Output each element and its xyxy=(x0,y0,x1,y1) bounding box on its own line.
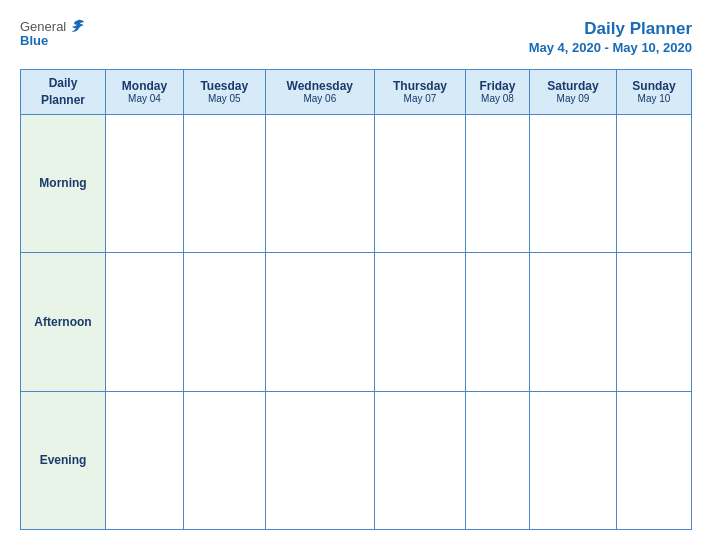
morning-label: Morning xyxy=(21,114,106,252)
afternoon-label: Afternoon xyxy=(21,253,106,391)
morning-row: Morning xyxy=(21,114,692,252)
thursday-date: May 07 xyxy=(378,93,462,104)
tuesday-date: May 05 xyxy=(187,93,262,104)
title-block: Daily Planner May 4, 2020 - May 10, 2020 xyxy=(529,18,692,57)
morning-saturday-cell[interactable] xyxy=(530,114,617,252)
evening-thursday-cell[interactable] xyxy=(375,391,466,529)
afternoon-tuesday-cell[interactable] xyxy=(183,253,265,391)
header-saturday: Saturday May 09 xyxy=(530,69,617,114)
header-sunday: Sunday May 10 xyxy=(616,69,691,114)
planner-table: DailyPlanner Monday May 04 Tuesday May 0… xyxy=(20,69,692,530)
sunday-name: Sunday xyxy=(620,79,688,93)
header-thursday: Thursday May 07 xyxy=(375,69,466,114)
morning-monday-cell[interactable] xyxy=(106,114,184,252)
monday-date: May 04 xyxy=(109,93,180,104)
afternoon-sunday-cell[interactable] xyxy=(616,253,691,391)
morning-tuesday-cell[interactable] xyxy=(183,114,265,252)
header: General Blue Daily Planner May 4, 2020 -… xyxy=(20,18,692,57)
header-monday: Monday May 04 xyxy=(106,69,184,114)
morning-sunday-cell[interactable] xyxy=(616,114,691,252)
logo-text-general: General xyxy=(20,20,66,33)
saturday-name: Saturday xyxy=(533,79,613,93)
evening-sunday-cell[interactable] xyxy=(616,391,691,529)
morning-thursday-cell[interactable] xyxy=(375,114,466,252)
header-wednesday: Wednesday May 06 xyxy=(265,69,374,114)
evening-monday-cell[interactable] xyxy=(106,391,184,529)
date-range: May 4, 2020 - May 10, 2020 xyxy=(529,40,692,57)
evening-tuesday-cell[interactable] xyxy=(183,391,265,529)
afternoon-friday-cell[interactable] xyxy=(465,253,529,391)
header-friday: Friday May 08 xyxy=(465,69,529,114)
logo-text-blue: Blue xyxy=(20,34,48,47)
thursday-name: Thursday xyxy=(378,79,462,93)
logo-bird-icon xyxy=(68,18,86,36)
table-header-row: DailyPlanner Monday May 04 Tuesday May 0… xyxy=(21,69,692,114)
sunday-date: May 10 xyxy=(620,93,688,104)
morning-friday-cell[interactable] xyxy=(465,114,529,252)
header-tuesday: Tuesday May 05 xyxy=(183,69,265,114)
afternoon-row: Afternoon xyxy=(21,253,692,391)
friday-date: May 08 xyxy=(469,93,526,104)
afternoon-monday-cell[interactable] xyxy=(106,253,184,391)
afternoon-thursday-cell[interactable] xyxy=(375,253,466,391)
header-label-cell: DailyPlanner xyxy=(21,69,106,114)
afternoon-wednesday-cell[interactable] xyxy=(265,253,374,391)
page: General Blue Daily Planner May 4, 2020 -… xyxy=(0,0,712,550)
evening-friday-cell[interactable] xyxy=(465,391,529,529)
afternoon-saturday-cell[interactable] xyxy=(530,253,617,391)
header-label-text: DailyPlanner xyxy=(41,76,85,107)
wednesday-name: Wednesday xyxy=(269,79,371,93)
saturday-date: May 09 xyxy=(533,93,613,104)
page-title: Daily Planner xyxy=(529,18,692,40)
logo: General Blue xyxy=(20,18,86,47)
morning-wednesday-cell[interactable] xyxy=(265,114,374,252)
friday-name: Friday xyxy=(469,79,526,93)
monday-name: Monday xyxy=(109,79,180,93)
evening-label: Evening xyxy=(21,391,106,529)
evening-wednesday-cell[interactable] xyxy=(265,391,374,529)
evening-row: Evening xyxy=(21,391,692,529)
tuesday-name: Tuesday xyxy=(187,79,262,93)
evening-saturday-cell[interactable] xyxy=(530,391,617,529)
wednesday-date: May 06 xyxy=(269,93,371,104)
